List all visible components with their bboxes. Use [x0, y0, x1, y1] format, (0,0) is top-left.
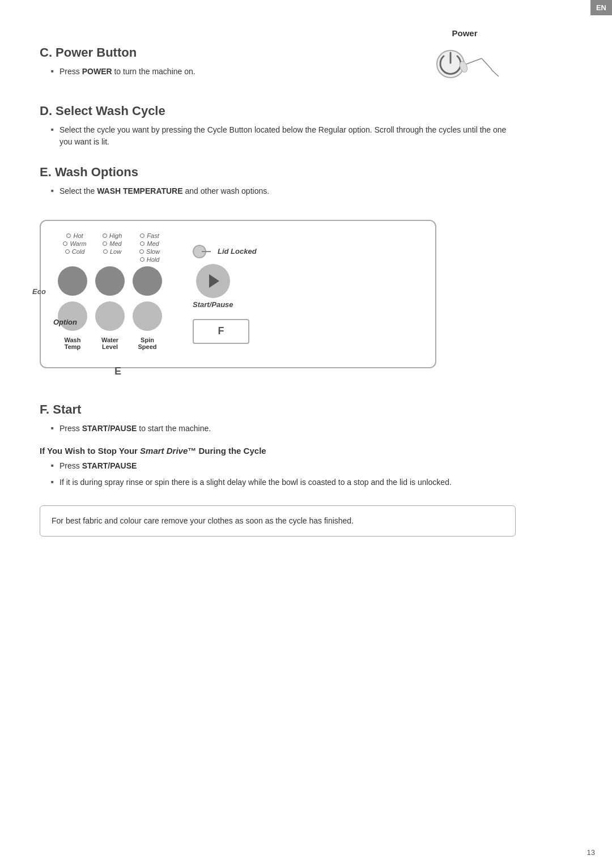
wash-temp-bold: WASH TEMPERATURE	[97, 186, 182, 195]
top-knob-row	[58, 266, 164, 296]
power-button-svg	[425, 41, 504, 87]
water-level-knob2[interactable]	[95, 301, 125, 331]
wash-temp-label: WashTemp	[58, 337, 87, 350]
section-d-bullet: Select the cycle you want by pressing th…	[51, 124, 516, 148]
power-bold: POWER	[82, 67, 112, 76]
start-pause-button[interactable]	[196, 264, 230, 298]
stop-heading: If You Wish to Stop Your Smart Drive™ Du…	[40, 446, 516, 456]
cold-option: Cold	[65, 248, 85, 255]
warm-option: Warm	[63, 240, 86, 247]
start-pause-bold: START/PAUSE	[82, 424, 137, 433]
hot-option: Hot	[66, 232, 83, 239]
lid-locked-row: Lid Locked	[193, 245, 257, 258]
section-e-bullet: Select the WASH TEMPERATURE and other wa…	[51, 185, 516, 197]
smart-drive-text: Smart Drive	[140, 446, 188, 456]
section-c: C. Power Button Press POWER to turn the …	[40, 28, 516, 87]
section-c-after: to turn the machine on.	[112, 67, 196, 76]
page-number: 13	[587, 848, 595, 857]
note-box: For best fabric and colour care remove y…	[40, 505, 516, 537]
spin-speed-label: SpinSpeed	[133, 337, 162, 350]
svg-line-3	[491, 70, 499, 76]
wash-temp-knob[interactable]	[58, 266, 87, 296]
stop-start-pause-bold: START/PAUSE	[82, 461, 137, 470]
diagram-box: Eco Hot Warm Cold	[40, 220, 436, 368]
language-tab: EN	[590, 0, 612, 15]
option-label: Option	[53, 318, 77, 326]
stop-bullet1: Press START/PAUSE	[51, 460, 516, 472]
stop-section: If You Wish to Stop Your Smart Drive™ Du…	[40, 446, 516, 488]
water-level-options: High Med Low	[97, 232, 127, 263]
high-option: High	[103, 232, 122, 239]
spin-speed-options: Fast Med Slow Hold	[135, 232, 164, 263]
section-f-heading: F. Start	[40, 402, 516, 417]
med-option: Med	[103, 240, 121, 247]
section-f: F. Start Press START/PAUSE to start the …	[40, 402, 516, 435]
bottom-knob-row	[58, 301, 164, 331]
wash-temp-knob2[interactable]	[58, 301, 87, 331]
lid-locked-label: Lid Locked	[218, 247, 257, 256]
lid-locked-line	[202, 251, 211, 252]
right-controls: Lid Locked Start/Pause F	[193, 232, 257, 350]
svg-line-2	[482, 58, 492, 70]
section-c-bullet: Press POWER to turn the machine on.	[51, 66, 414, 78]
med2-option: Med	[140, 240, 159, 247]
eco-label: Eco	[32, 287, 46, 296]
left-controls: Hot Warm Cold High Med Low	[58, 232, 164, 350]
section-d-heading: D. Select Wash Cycle	[40, 104, 516, 118]
power-label: Power	[452, 28, 477, 38]
e-label: E	[114, 365, 121, 377]
low-option: Low	[103, 248, 121, 255]
section-e-heading: E. Wash Options	[40, 165, 516, 180]
section-e: E. Wash Options Select the WASH TEMPERAT…	[40, 165, 516, 197]
spin-speed-knob2[interactable]	[133, 301, 162, 331]
play-icon	[209, 274, 219, 288]
section-c-heading: C. Power Button	[40, 45, 414, 60]
diagram-section: Eco Hot Warm Cold	[40, 220, 516, 368]
section-f-bullet: Press START/PAUSE to start the machine.	[51, 423, 516, 435]
stop-bullet2: If it is during spray rinse or spin ther…	[51, 476, 516, 488]
lid-locked-icon	[193, 245, 206, 258]
hold-option: Hold	[140, 256, 160, 263]
start-pause-label: Start/Pause	[193, 300, 233, 309]
wash-temp-options: Hot Warm Cold	[60, 232, 90, 263]
fast-option: Fast	[140, 232, 159, 239]
power-button-diagram: Power	[414, 28, 516, 87]
knob-labels: WashTemp WaterLevel SpinSpeed	[58, 334, 164, 350]
water-level-knob[interactable]	[95, 266, 125, 296]
slow-option: Slow	[139, 248, 160, 255]
radio-options-row: Hot Warm Cold High Med Low	[60, 232, 164, 263]
spin-speed-knob[interactable]	[133, 266, 162, 296]
water-level-label: WaterLevel	[95, 337, 125, 350]
section-d: D. Select Wash Cycle Select the cycle yo…	[40, 104, 516, 148]
start-pause-section: Start/Pause	[193, 264, 233, 309]
f-box: F	[193, 319, 249, 344]
f-section: F	[193, 319, 249, 344]
